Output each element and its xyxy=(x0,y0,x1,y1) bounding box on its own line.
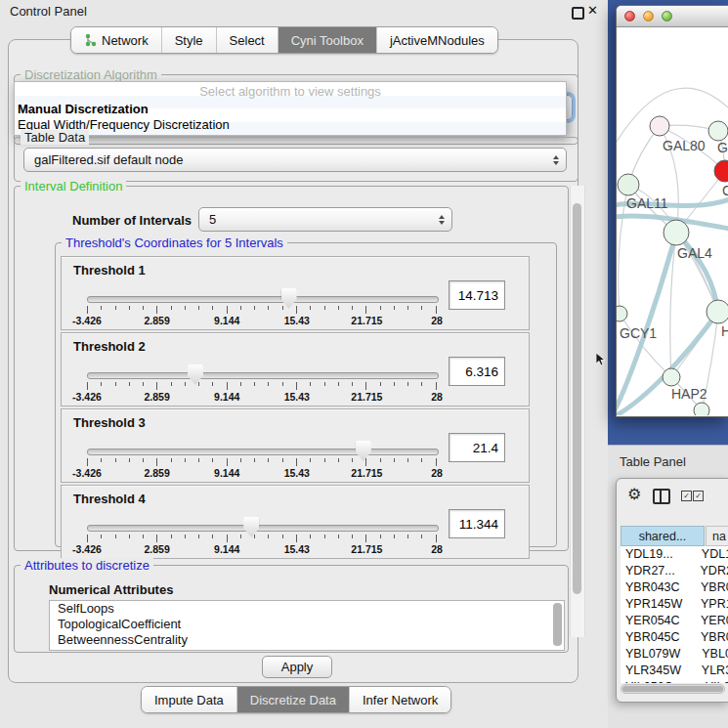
panel-scrollbar-track[interactable] xyxy=(570,186,585,637)
threshold-2-value-field[interactable]: 6.316 xyxy=(449,357,505,386)
table-panel-window: ⚙ ✓ ✓ shared... na YDL19...YDL1 YDR27...… xyxy=(616,478,728,703)
list-item[interactable]: BetweennessCentrality xyxy=(50,632,564,648)
table-row[interactable]: YPR145WYPR1 xyxy=(621,596,728,613)
table-body: YDL19...YDL1 YDR27...YDR2 YBR043CYBR0 YP… xyxy=(621,546,728,683)
threshold-2-box: Threshold 2 -3.4262.8599.14415.4321.7152… xyxy=(61,332,530,407)
panel-scrollbar-thumb[interactable] xyxy=(573,203,581,594)
table-row[interactable]: YIL052CYIL0 xyxy=(621,679,728,683)
network-node-label: GAL80 xyxy=(663,138,706,153)
table-row[interactable]: YER054CYER0 xyxy=(621,613,728,629)
number-of-intervals-select[interactable]: 5 xyxy=(198,207,452,232)
slider-ticks xyxy=(87,458,437,467)
table-panel-title: Table Panel xyxy=(620,454,686,469)
threshold-2-label: Threshold 2 xyxy=(73,339,146,354)
network-node[interactable] xyxy=(707,300,728,323)
control-panel-tabs: Network Style Select Cyni Toolbox jActiv… xyxy=(70,26,498,54)
slider-track[interactable] xyxy=(87,372,439,379)
network-node[interactable] xyxy=(664,220,689,245)
threshold-1-value-field[interactable]: 14.713 xyxy=(449,280,505,310)
float-window-icon[interactable] xyxy=(572,7,584,20)
list-item[interactable]: SelfLoops xyxy=(50,601,564,617)
table-hscrollbar-thumb[interactable] xyxy=(622,686,723,692)
slider-scale-labels: -3.4262.8599.14415.4321.71528 xyxy=(87,543,437,555)
tab-network[interactable]: Network xyxy=(71,27,161,53)
threshold-3-label: Threshold 3 xyxy=(73,415,146,430)
threshold-4-box: Threshold 4 -3.4262.8599.14415.4321.7152… xyxy=(61,485,530,559)
table-row[interactable]: YBL079WYBL0 xyxy=(621,646,728,663)
table-row[interactable]: YDL19...YDL1 xyxy=(621,546,728,563)
table-data-value: galFiltered.sif default node xyxy=(34,152,183,167)
table-data-group-title: Table Data xyxy=(21,130,89,145)
network-view-window: GAL80GACGAL11GAL4GCY1HHAP2 xyxy=(616,5,728,417)
network-icon xyxy=(84,33,97,47)
close-traffic-light-icon[interactable] xyxy=(624,11,635,21)
network-node-label: HAP2 xyxy=(671,386,707,402)
threshold-1-box: Threshold 1 -3.4262.8599.14415.4321.7152… xyxy=(61,256,530,330)
table-row[interactable]: YBR045CYBR0 xyxy=(621,629,728,646)
network-node[interactable] xyxy=(617,306,627,321)
table-row[interactable]: YBR043CYBR0 xyxy=(621,579,728,596)
network-edge xyxy=(620,314,671,377)
network-node[interactable] xyxy=(708,121,728,141)
stepper-icon xyxy=(553,155,559,165)
apply-button[interactable]: Apply xyxy=(262,656,332,678)
column-header-name[interactable]: na xyxy=(706,526,728,546)
tab-network-label: Network xyxy=(102,33,149,48)
tab-impute-data[interactable]: Impute Data xyxy=(142,687,236,712)
zoom-traffic-light-icon[interactable] xyxy=(662,11,672,21)
mouse-cursor xyxy=(596,353,607,367)
cyni-mode-tabs: Impute Data Discretize Data Infer Networ… xyxy=(141,686,451,713)
network-node-label: H xyxy=(721,323,728,339)
interval-group-title: Interval Definition xyxy=(21,179,126,193)
tab-jactivemnodules[interactable]: jActiveMNodules xyxy=(376,27,497,53)
network-node[interactable] xyxy=(663,368,680,386)
popup-hint: Select algorithm to view settings xyxy=(15,84,566,99)
network-node[interactable] xyxy=(650,116,669,136)
slider-scale-labels: -3.4262.8599.14415.4321.71528 xyxy=(87,467,437,479)
table-row[interactable]: YDR27...YDR2 xyxy=(621,563,728,579)
list-item[interactable]: TopologicalCoefficient xyxy=(50,617,564,632)
tab-select[interactable]: Select xyxy=(216,27,278,53)
tab-style[interactable]: Style xyxy=(161,27,216,53)
network-node-label: C xyxy=(722,183,728,198)
slider-track[interactable] xyxy=(87,525,439,532)
checkbox-icon[interactable]: ✓ xyxy=(681,491,692,501)
attributes-group-title: Attributes to discretize xyxy=(21,558,153,573)
network-node-label: GA xyxy=(717,140,728,155)
thresholds-group-title: Threshold's Coordinates for 5 Intervals xyxy=(62,236,287,250)
network-node-label: GAL4 xyxy=(677,245,712,261)
slider-scale-labels: -3.4262.8599.14415.4321.71528 xyxy=(87,391,437,403)
slider-track[interactable] xyxy=(87,449,439,455)
network-node[interactable] xyxy=(694,403,709,415)
network-node-label: GAL11 xyxy=(626,195,668,211)
table-row[interactable]: YLR345WYLR3 xyxy=(621,663,728,679)
network-canvas[interactable]: GAL80GACGAL11GAL4GCY1HHAP2 xyxy=(617,27,728,415)
threshold-3-box: Threshold 3 -3.4262.8599.14415.4321.7152… xyxy=(61,408,530,483)
network-window-titlebar[interactable] xyxy=(617,6,728,27)
network-graph: GAL80GACGAL11GAL4GCY1HHAP2 xyxy=(617,27,728,415)
numerical-attributes-label: Numerical Attributes xyxy=(49,582,173,597)
list-scrollbar[interactable] xyxy=(553,603,562,646)
tab-infer-network[interactable]: Infer Network xyxy=(349,687,450,712)
slider-ticks xyxy=(87,535,437,543)
threshold-3-value-field[interactable]: 21.4 xyxy=(449,433,505,462)
split-columns-icon[interactable] xyxy=(653,489,670,504)
table-panel-region: Table Panel ⚙ ✓ ✓ shared... na YDL19...Y… xyxy=(608,445,728,728)
gear-icon[interactable]: ⚙ xyxy=(627,485,641,503)
network-node[interactable] xyxy=(618,174,639,195)
threshold-4-label: Threshold 4 xyxy=(73,492,146,506)
tab-discretize-data[interactable]: Discretize Data xyxy=(236,687,349,712)
threshold-4-value-field[interactable]: 11.344 xyxy=(449,509,505,538)
tab-cyni-toolbox[interactable]: Cyni Toolbox xyxy=(278,27,376,53)
slider-track[interactable] xyxy=(87,296,439,303)
close-icon[interactable]: ✕ xyxy=(587,3,598,18)
algorithm-dropdown-popup: Select algorithm to view settings Manual… xyxy=(14,81,567,136)
table-data-select[interactable]: galFiltered.sif default node xyxy=(23,148,567,172)
minimize-traffic-light-icon[interactable] xyxy=(643,11,654,21)
table-hscrollbar-track[interactable] xyxy=(621,684,725,694)
column-header-shared-name[interactable]: shared... xyxy=(621,526,705,546)
popup-option-manual[interactable]: Manual Discretization xyxy=(18,102,149,116)
network-node-label: GCY1 xyxy=(620,325,657,341)
checkbox-icon[interactable]: ✓ xyxy=(693,491,704,501)
algorithm-group-title: Discretization Algorithm xyxy=(21,67,161,82)
